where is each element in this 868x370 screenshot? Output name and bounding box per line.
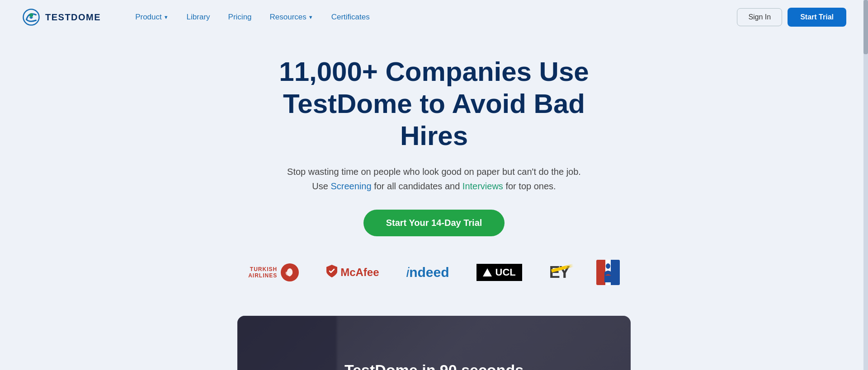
video-container[interactable]: TestDome in 90 seconds ▶ xyxy=(237,316,631,370)
nav-resources[interactable]: Resources ▼ xyxy=(263,9,321,25)
svg-point-2 xyxy=(29,13,33,17)
hero-cta-button[interactable]: Start Your 14-Day Trial xyxy=(363,210,505,236)
logo-link[interactable]: TESTDOME xyxy=(22,8,101,27)
nba-logo-icon xyxy=(596,260,620,285)
hero-heading: 11,000+ Companies Use TestDome to Avoid … xyxy=(249,56,619,152)
nav-library[interactable]: Library xyxy=(179,9,217,25)
navbar: TESTDOME Product ▼ Library Pricing Resou… xyxy=(0,0,868,34)
ucl-logo: UCL xyxy=(476,260,522,285)
hero-section: 11,000+ Companies Use TestDome to Avoid … xyxy=(0,34,868,316)
mcafee-logo: McAfee xyxy=(326,260,379,285)
video-content: TestDome in 90 seconds xyxy=(237,361,631,370)
mcafee-shield-icon xyxy=(326,264,338,281)
logo-text: TESTDOME xyxy=(45,12,101,23)
start-trial-button[interactable]: Start Trial xyxy=(788,8,846,27)
nba-logo xyxy=(596,260,620,285)
product-chevron-icon: ▼ xyxy=(164,14,169,20)
nav-actions: Sign In Start Trial xyxy=(737,8,846,27)
nav-certificates[interactable]: Certificates xyxy=(324,9,377,25)
video-title: TestDome in 90 seconds xyxy=(344,361,524,370)
nav-pricing[interactable]: Pricing xyxy=(221,9,259,25)
svg-point-7 xyxy=(606,263,610,269)
ey-logo: EY xyxy=(549,260,569,285)
turkish-airlines-logo: TURKISHAIRLINES xyxy=(248,260,299,285)
testdome-logo-icon xyxy=(22,8,41,27)
screening-link[interactable]: Screening xyxy=(331,181,372,191)
nav-links: Product ▼ Library Pricing Resources ▼ Ce… xyxy=(128,9,737,25)
company-logos-row: TURKISHAIRLINES McA xyxy=(9,260,859,285)
ucl-triangle-icon xyxy=(483,268,492,276)
scrollbar-thumb[interactable] xyxy=(863,0,868,54)
turkish-airlines-icon xyxy=(281,263,299,281)
sign-in-button[interactable]: Sign In xyxy=(737,8,782,26)
nav-product[interactable]: Product ▼ xyxy=(128,9,175,25)
interviews-link[interactable]: Interviews xyxy=(462,181,503,191)
indeed-logo: indeed xyxy=(406,260,449,285)
scrollbar[interactable] xyxy=(863,0,868,370)
video-section: TestDome in 90 seconds ▶ xyxy=(0,316,868,370)
resources-chevron-icon: ▼ xyxy=(308,14,313,20)
hero-subtext: Stop wasting time on people who look goo… xyxy=(287,164,581,193)
